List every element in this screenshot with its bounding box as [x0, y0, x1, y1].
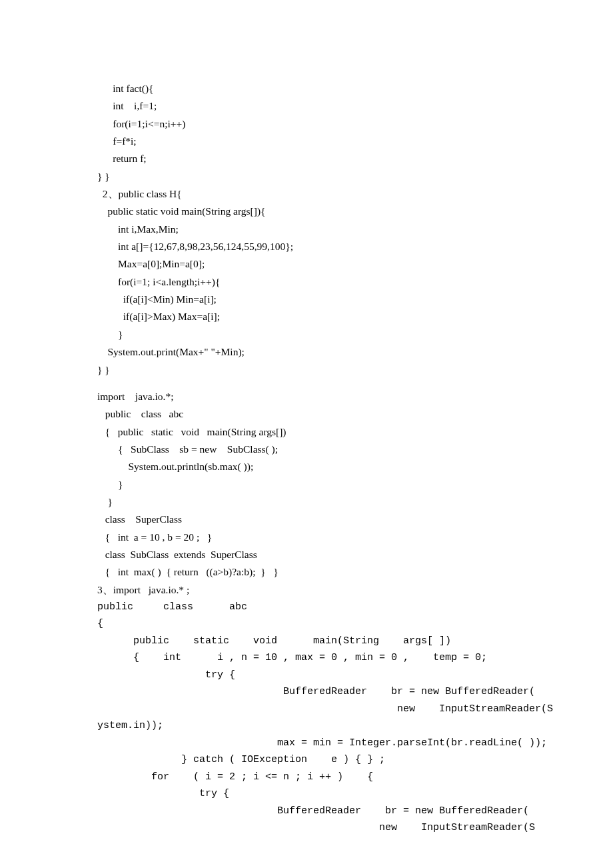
code-line: if(a[i]<Min) Min=a[i]; — [97, 291, 546, 308]
code-line: } catch ( IOException e ) { } ; — [97, 751, 546, 769]
code-line: } — [97, 326, 546, 343]
code-line: } — [97, 493, 546, 511]
code-line: public class abc — [97, 599, 546, 616]
code-line: { int max( ) { return ((a>b)?a:b); } } — [97, 563, 546, 581]
code-line: int i,f=1; — [97, 97, 546, 115]
code-line: try { — [97, 667, 546, 684]
code-line — [97, 379, 546, 388]
code-line: } } — [97, 168, 546, 185]
code-line: return f; — [97, 150, 546, 167]
code-line: max = min = Integer.parseInt(br.readLine… — [97, 735, 546, 752]
code-line: public class abc — [97, 405, 546, 423]
code-line: for ( i = 2 ; i <= n ; i ++ ) { — [97, 769, 546, 786]
code-line: int fact(){ — [97, 80, 546, 97]
code-line: { public static void main(String args[]) — [97, 423, 546, 441]
code-line: System.out.println(sb.max( )); — [97, 458, 546, 475]
code-line: 2、public class H{ — [97, 185, 546, 203]
code-line: if(a[i]>Max) Max=a[i]; — [97, 308, 546, 325]
code-line: { — [97, 615, 546, 633]
code-line: for(i=1;i<=n;i++) — [97, 115, 546, 133]
code-line: { SubClass sb = new SubClass( ); — [97, 441, 546, 458]
code-line: class SubClass extends SuperClass — [97, 546, 546, 563]
code-document: int fact(){ int i,f=1; for(i=1;i<=n;i++)… — [97, 80, 546, 837]
code-line: f=f*i; — [97, 133, 546, 150]
code-line: { int a = 10 , b = 20 ; } — [97, 529, 546, 546]
code-line: BufferedReader br = new BufferedReader( — [97, 803, 546, 820]
code-line: } — [97, 476, 546, 493]
code-line: 3、import java.io.* ; — [97, 581, 546, 599]
code-line: new InputStreamReader(S — [97, 701, 546, 718]
code-line: System.out.print(Max+" "+Min); — [97, 343, 546, 361]
code-line: int a[]={12,67,8,98,23,56,124,55,99,100}… — [97, 238, 546, 255]
code-line: public static void main(String args[]){ — [97, 203, 546, 220]
code-line: new InputStreamReader(S — [97, 819, 546, 837]
code-line: ystem.in)); — [97, 717, 546, 735]
code-line: int i,Max,Min; — [97, 221, 546, 238]
code-line: try { — [97, 785, 546, 803]
code-line: { int i , n = 10 , max = 0 , min = 0 , t… — [97, 649, 546, 667]
code-line: import java.io.*; — [97, 388, 546, 405]
code-line: for(i=1; i<a.length;i++){ — [97, 273, 546, 291]
code-line: BufferedReader br = new BufferedReader( — [97, 683, 546, 701]
code-line: class SuperClass — [97, 511, 546, 528]
code-line: } } — [97, 361, 546, 379]
code-line: public static void main(String args[ ]) — [97, 633, 546, 650]
code-line: Max=a[0];Min=a[0]; — [97, 255, 546, 273]
